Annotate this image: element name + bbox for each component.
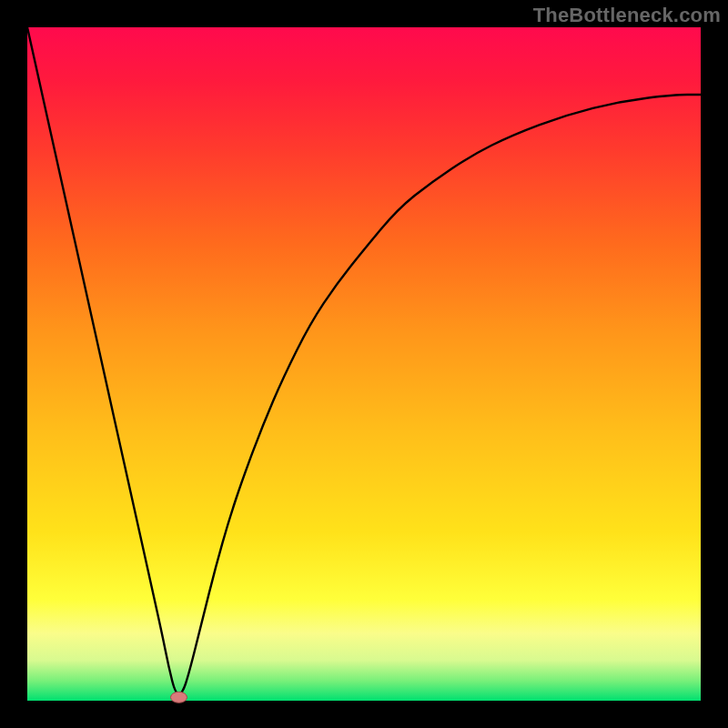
plot-area <box>27 27 701 701</box>
optimum-marker <box>171 692 187 703</box>
attribution-label: TheBottleneck.com <box>533 4 721 27</box>
bottleneck-curve <box>27 27 701 694</box>
chart-svg <box>27 27 701 701</box>
chart-frame: TheBottleneck.com <box>0 0 728 728</box>
